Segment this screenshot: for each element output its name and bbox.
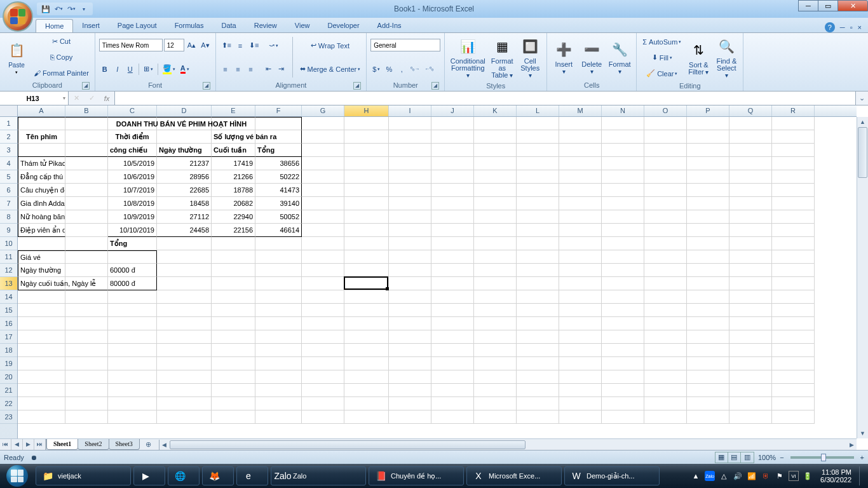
cell-A7[interactable]: Gia đình Addangs bbox=[18, 197, 65, 210]
cell-R13[interactable] bbox=[772, 277, 815, 290]
cell-P16[interactable] bbox=[687, 317, 729, 330]
cell-R11[interactable] bbox=[772, 250, 815, 264]
cell-F14[interactable] bbox=[255, 290, 302, 304]
cell-P17[interactable] bbox=[687, 330, 729, 344]
cell-R4[interactable] bbox=[772, 157, 815, 170]
cell-F8[interactable]: 50052 bbox=[255, 210, 302, 224]
cell-M13[interactable] bbox=[559, 277, 602, 290]
cell-M3[interactable] bbox=[559, 144, 602, 157]
cell-I9[interactable] bbox=[389, 224, 431, 237]
col-header-E[interactable]: E bbox=[212, 105, 255, 116]
cell-B21[interactable] bbox=[65, 384, 108, 397]
cell-B10[interactable] bbox=[65, 237, 108, 250]
cell-K1[interactable] bbox=[474, 117, 517, 130]
cell-H9[interactable] bbox=[344, 224, 389, 237]
fill-color-button[interactable]: 🪣▾ bbox=[161, 63, 177, 76]
cell-P6[interactable] bbox=[687, 184, 729, 197]
cell-Q11[interactable] bbox=[729, 250, 772, 264]
cell-N22[interactable] bbox=[602, 397, 644, 410]
cell-N3[interactable] bbox=[602, 144, 644, 157]
cell-M7[interactable] bbox=[559, 197, 602, 210]
cell-M9[interactable] bbox=[559, 224, 602, 237]
cell-P19[interactable] bbox=[687, 357, 729, 370]
cell-M1[interactable] bbox=[559, 117, 602, 130]
cell-N14[interactable] bbox=[602, 290, 644, 304]
cell-E16[interactable] bbox=[212, 317, 255, 330]
row-header-5[interactable]: 5 bbox=[0, 170, 17, 184]
cell-Q9[interactable] bbox=[729, 224, 772, 237]
cell-F3[interactable]: Tổng bbox=[255, 144, 302, 157]
cell-Q22[interactable] bbox=[729, 397, 772, 410]
cell-Q16[interactable] bbox=[729, 317, 772, 330]
format-as-table-button[interactable]: ▦Format as Table ▾ bbox=[489, 34, 515, 81]
cell-B6[interactable] bbox=[65, 184, 108, 197]
find-select-button[interactable]: 🔍Find & Select ▾ bbox=[714, 34, 739, 81]
vertical-scrollbar[interactable]: ▲ ▼ bbox=[857, 117, 868, 438]
row-header-22[interactable]: 22 bbox=[0, 397, 17, 410]
cell-B12[interactable] bbox=[65, 264, 108, 277]
taskbar-item[interactable]: WDemo-giải-ch... bbox=[564, 466, 660, 485]
cell-A11[interactable]: Giá vé bbox=[18, 250, 65, 264]
cell-B5[interactable] bbox=[65, 170, 108, 184]
cell-B16[interactable] bbox=[65, 317, 108, 330]
cell-G14[interactable] bbox=[302, 290, 344, 304]
cell-I20[interactable] bbox=[389, 370, 431, 384]
cell-O7[interactable] bbox=[644, 197, 687, 210]
cell-G3[interactable] bbox=[302, 144, 344, 157]
cell-A10[interactable] bbox=[18, 237, 65, 250]
cell-P23[interactable] bbox=[687, 410, 729, 424]
cell-O4[interactable] bbox=[644, 157, 687, 170]
cell-H1[interactable] bbox=[344, 117, 389, 130]
cell-Q13[interactable] bbox=[729, 277, 772, 290]
cell-M2[interactable] bbox=[559, 130, 602, 144]
cell-E2[interactable]: Số lượng vé bán ra bbox=[212, 130, 255, 144]
cell-H14[interactable] bbox=[344, 290, 389, 304]
bold-button[interactable]: B bbox=[99, 63, 111, 76]
cell-D6[interactable]: 22685 bbox=[157, 184, 212, 197]
grow-font-button[interactable]: A▴ bbox=[186, 39, 198, 51]
cell-C8[interactable]: 10/9/2019 bbox=[108, 210, 157, 224]
cell-H3[interactable] bbox=[344, 144, 389, 157]
cell-R8[interactable] bbox=[772, 210, 815, 224]
cell-O9[interactable] bbox=[644, 224, 687, 237]
cell-E10[interactable] bbox=[212, 237, 255, 250]
cell-Q12[interactable] bbox=[729, 264, 772, 277]
tab-view[interactable]: View bbox=[286, 19, 319, 32]
cell-H21[interactable] bbox=[344, 384, 389, 397]
cell-C9[interactable]: 10/10/2019 bbox=[108, 224, 157, 237]
cell-M4[interactable] bbox=[559, 157, 602, 170]
qat-undo-icon[interactable]: ↶▾ bbox=[53, 4, 64, 14]
cell-Q5[interactable] bbox=[729, 170, 772, 184]
fill-button[interactable]: ⬇ Fill▾ bbox=[641, 51, 683, 64]
cell-G17[interactable] bbox=[302, 330, 344, 344]
col-header-G[interactable]: G bbox=[302, 105, 344, 116]
number-launcher[interactable]: ◢ bbox=[431, 82, 439, 90]
col-header-N[interactable]: N bbox=[602, 105, 644, 116]
cell-J19[interactable] bbox=[431, 357, 474, 370]
tray-zalo-icon[interactable]: Zalo bbox=[705, 471, 715, 481]
cell-Q4[interactable] bbox=[729, 157, 772, 170]
wrap-text-button[interactable]: ↩ Wrap Text bbox=[298, 39, 363, 52]
cell-J20[interactable] bbox=[431, 370, 474, 384]
tab-data[interactable]: Data bbox=[212, 19, 245, 32]
col-header-O[interactable]: O bbox=[644, 105, 687, 116]
format-cells-button[interactable]: 🔧Format▾ bbox=[607, 34, 632, 80]
scroll-down-icon[interactable]: ▼ bbox=[857, 428, 868, 438]
cell-O15[interactable] bbox=[644, 304, 687, 317]
cell-M5[interactable] bbox=[559, 170, 602, 184]
cell-A5[interactable]: Đẳng cấp thú cưng 2 bbox=[18, 170, 65, 184]
tab-formulas[interactable]: Formulas bbox=[166, 19, 213, 32]
font-color-button[interactable]: A▾ bbox=[179, 63, 191, 76]
cell-N23[interactable] bbox=[602, 410, 644, 424]
cell-P21[interactable] bbox=[687, 384, 729, 397]
cell-J18[interactable] bbox=[431, 344, 474, 357]
cell-P11[interactable] bbox=[687, 250, 729, 264]
cell-N2[interactable] bbox=[602, 130, 644, 144]
indent-inc-button[interactable]: ⇥ bbox=[276, 63, 287, 76]
col-header-Q[interactable]: Q bbox=[729, 105, 772, 116]
col-header-M[interactable]: M bbox=[559, 105, 602, 116]
sheet-tab-sheet3[interactable]: Sheet3 bbox=[109, 439, 140, 450]
cell-B2[interactable] bbox=[65, 130, 108, 144]
cell-A14[interactable] bbox=[18, 290, 65, 304]
cell-G10[interactable] bbox=[302, 237, 344, 250]
